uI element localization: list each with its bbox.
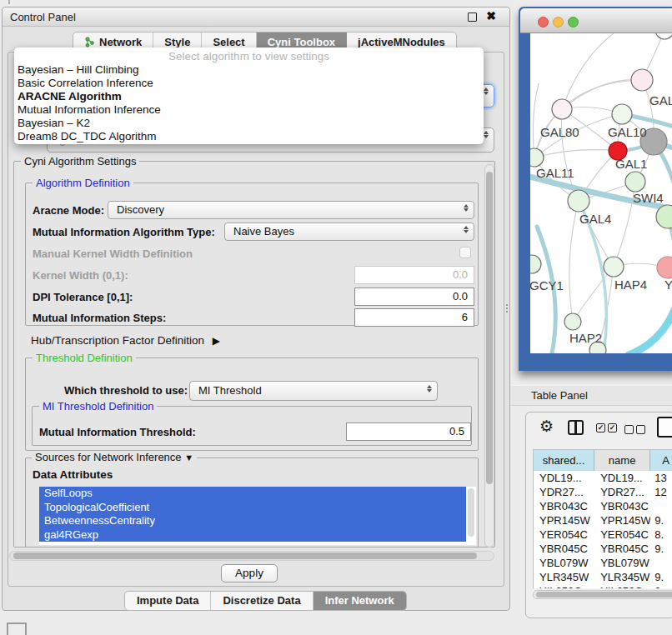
mi-threshold-field[interactable]: 0.5 bbox=[346, 422, 471, 441]
close-icon[interactable]: ✖ bbox=[486, 9, 496, 22]
column-header[interactable]: A bbox=[650, 450, 672, 471]
table-row[interactable]: YBL079WYBL079W bbox=[534, 556, 672, 570]
node-label: HAP2 bbox=[569, 331, 602, 345]
mi-threshold-definition-title: MI Threshold Definition bbox=[39, 400, 157, 412]
node-label: GAL80 bbox=[540, 125, 579, 139]
sources-title: Sources for Network Inference ▼ bbox=[32, 451, 197, 463]
cyni-bottom-tabbar: Impute Data Discretize Data Infer Networ… bbox=[124, 591, 407, 611]
deselect-all-icon[interactable] bbox=[624, 425, 645, 434]
mi-steps-field[interactable]: 6 bbox=[354, 308, 474, 327]
table-row[interactable]: YLR345WYLR345W9. bbox=[534, 570, 672, 584]
list-item[interactable]: gal4RGexp bbox=[39, 528, 466, 542]
tab-impute-data[interactable]: Impute Data bbox=[125, 592, 211, 610]
node-gal4[interactable] bbox=[568, 190, 589, 212]
menu-item-highlighted[interactable]: ARACNE Algorithm bbox=[18, 90, 122, 103]
menu-item[interactable]: Dream8 DC_TDC Algorithm bbox=[18, 130, 157, 143]
network-window-titlebar[interactable] bbox=[520, 8, 672, 33]
expand-down-icon[interactable]: ▼ bbox=[184, 452, 193, 462]
chevron-updown-icon bbox=[427, 385, 432, 392]
mi-threshold-label: Mutual Information Threshold: bbox=[39, 426, 196, 438]
settings-vertical-scrollbar[interactable] bbox=[484, 164, 494, 548]
node-gcy1[interactable] bbox=[530, 255, 541, 273]
node-hap2[interactable] bbox=[564, 313, 581, 330]
node-cut-top[interactable] bbox=[655, 33, 672, 39]
data-attributes-list[interactable]: SelfLoops TopologicalCoefficient Between… bbox=[39, 487, 466, 545]
node-hap4[interactable] bbox=[604, 257, 624, 277]
apply-button[interactable]: Apply bbox=[221, 564, 278, 582]
node-label: HAP4 bbox=[614, 278, 647, 292]
table-row[interactable]: YDL19...YDL19...13 bbox=[534, 471, 672, 485]
panel-divider-grip[interactable] bbox=[504, 302, 509, 316]
document-icon[interactable] bbox=[657, 417, 672, 438]
aracne-mode-combo[interactable]: Discovery bbox=[108, 201, 474, 219]
node-label: GAL bbox=[649, 93, 672, 108]
control-panel-titlebar: Control Panel ✖ bbox=[3, 8, 509, 27]
list-item[interactable]: TopologicalCoefficient bbox=[39, 501, 466, 515]
node-salmon[interactable] bbox=[657, 257, 672, 278]
node-gal10[interactable] bbox=[612, 104, 632, 124]
node-gal-cut[interactable] bbox=[631, 69, 653, 91]
column-header[interactable]: shared... bbox=[534, 450, 594, 471]
network-canvas[interactable]: GAL GAL80 GAL10 GAL11 GAL1 SWI4 GAL4 GCY… bbox=[530, 33, 672, 353]
divider-tick bbox=[8, 0, 10, 4]
window-minimize-button[interactable] bbox=[553, 17, 564, 28]
node-gal11[interactable] bbox=[530, 148, 544, 167]
select-all-icon[interactable]: ✓ ✓ bbox=[596, 423, 617, 432]
dpi-tolerance-field[interactable]: 0.0 bbox=[354, 288, 474, 306]
scrollbar-thumb[interactable] bbox=[13, 552, 477, 559]
table-horizontal-scrollbar[interactable] bbox=[533, 590, 672, 599]
which-threshold-combo[interactable]: MI Threshold bbox=[189, 381, 438, 401]
manual-kernel-checkbox[interactable] bbox=[459, 247, 471, 258]
hub-definition-expander[interactable]: Hub/Transcription Factor Definition ▶ bbox=[31, 334, 220, 347]
scrollbar-thumb[interactable] bbox=[468, 488, 474, 537]
chevron-updown-icon bbox=[464, 226, 469, 233]
scrollbar-thumb[interactable] bbox=[486, 172, 493, 484]
mi-type-label: Mutual Information Algorithm Type: bbox=[33, 226, 215, 238]
aracne-mode-label: Aracne Mode: bbox=[33, 204, 104, 217]
menu-item[interactable]: Basic Correlation Inference bbox=[18, 77, 153, 90]
tab-infer-network[interactable]: Infer Network bbox=[313, 592, 406, 610]
table-header-row: shared... name A bbox=[534, 450, 672, 471]
table-panel-title: Table Panel bbox=[531, 389, 588, 402]
column-header[interactable]: name bbox=[594, 450, 650, 471]
list-item[interactable]: SelfLoops bbox=[39, 487, 466, 501]
node-gal1[interactable] bbox=[625, 172, 645, 192]
unchecked-box-icon bbox=[636, 425, 645, 434]
gear-icon[interactable]: ⚙ bbox=[539, 418, 554, 435]
window-close-button[interactable] bbox=[538, 17, 549, 28]
menu-item[interactable]: Mutual Information Inference bbox=[18, 103, 161, 117]
which-threshold-value: MI Threshold bbox=[198, 384, 262, 397]
tab-select-label: Select bbox=[213, 36, 244, 48]
scrollbar-thumb[interactable] bbox=[536, 592, 672, 598]
node-gal80[interactable] bbox=[552, 99, 572, 119]
kernel-width-field[interactable]: 0.0 bbox=[354, 266, 474, 284]
table-panel-titlebar: Table Panel bbox=[511, 385, 672, 406]
mi-type-combo[interactable]: Naive Bayes bbox=[224, 222, 474, 241]
list-item[interactable]: BetweennessCentrality bbox=[39, 514, 466, 528]
chevron-updown-icon bbox=[484, 88, 489, 95]
table-row[interactable]: YPR145WYPR145W9. bbox=[534, 513, 672, 528]
table-row[interactable]: YBR045CYBR045C9. bbox=[534, 542, 672, 556]
attributes-scrollbar[interactable] bbox=[466, 487, 476, 545]
float-panel-icon[interactable] bbox=[468, 12, 477, 22]
expand-right-icon: ▶ bbox=[213, 335, 220, 347]
menu-item[interactable]: Bayesian – K2 bbox=[18, 117, 90, 130]
chevron-updown-icon bbox=[464, 204, 469, 212]
window-zoom-button[interactable] bbox=[568, 17, 579, 28]
docked-panel-icon[interactable] bbox=[7, 622, 27, 635]
aracne-mode-value: Discovery bbox=[117, 203, 164, 216]
menu-item[interactable]: Bayesian – Hill Climbing bbox=[18, 63, 139, 77]
tab-discretize-data[interactable]: Discretize Data bbox=[211, 592, 313, 610]
settings-horizontal-scrollbar[interactable] bbox=[9, 551, 494, 561]
columns-icon[interactable] bbox=[568, 420, 584, 435]
popup-placeholder: Select algorithm to view settings bbox=[14, 50, 484, 62]
hub-definition-label: Hub/Transcription Factor Definition bbox=[31, 334, 204, 347]
table-row[interactable]: YIL052CYIL052C0. bbox=[534, 584, 672, 588]
node-label: GAL11 bbox=[536, 166, 574, 180]
table-row[interactable]: YDR27...YDR27...12 bbox=[534, 485, 672, 499]
table-row[interactable]: YER054CYER054C8. bbox=[534, 528, 672, 542]
cyni-settings-title: Cyni Algorithm Settings bbox=[21, 155, 139, 168]
table-row[interactable]: YBR043CYBR043C bbox=[534, 499, 672, 513]
node-label: SWI4 bbox=[633, 191, 664, 205]
node-table: shared... name A YDL19...YDL19...13 YDR2… bbox=[533, 449, 672, 588]
